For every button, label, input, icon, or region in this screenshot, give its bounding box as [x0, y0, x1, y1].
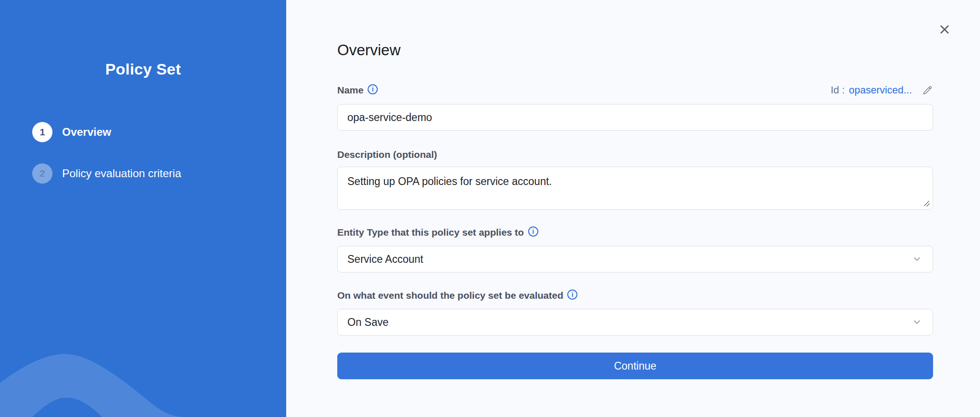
- page-title: Overview: [337, 41, 401, 59]
- entity-id-link[interactable]: opaserviced...: [849, 84, 912, 96]
- event-selected-value: On Save: [347, 316, 389, 329]
- entity-id-label: Id :: [830, 84, 845, 96]
- event-info-icon[interactable]: [567, 290, 577, 300]
- entity-type-selected-value: Service Account: [347, 253, 423, 266]
- step-2-number-badge: 2: [32, 163, 52, 184]
- close-button[interactable]: [936, 21, 953, 38]
- sidebar-step-overview[interactable]: 1 Overview: [32, 122, 111, 142]
- name-label: Name: [337, 85, 363, 96]
- pencil-icon: [922, 85, 933, 96]
- description-label: Description (optional): [337, 149, 437, 160]
- event-field-header: On what event should the policy set be e…: [337, 288, 933, 303]
- step-1-number-badge: 1: [32, 122, 52, 142]
- dialog-panel: Overview Name Id : opaserviced... Descri…: [286, 0, 980, 417]
- step-1-label: Overview: [62, 126, 111, 139]
- entity-type-field-header: Entity Type that this policy set applies…: [337, 225, 933, 240]
- description-field-header: Description (optional): [337, 147, 933, 162]
- edit-id-button[interactable]: [922, 85, 933, 96]
- sidebar-step-policy-evaluation-criteria[interactable]: 2 Policy evaluation criteria: [32, 163, 181, 184]
- name-info-icon[interactable]: [368, 84, 378, 94]
- close-icon: [939, 23, 951, 35]
- entity-type-info-icon[interactable]: [528, 226, 538, 237]
- wave-decoration: [0, 325, 286, 417]
- name-input[interactable]: [337, 104, 933, 131]
- event-label: On what event should the policy set be e…: [337, 290, 563, 301]
- step-2-label: Policy evaluation criteria: [62, 167, 181, 180]
- chevron-down-icon: [912, 317, 922, 327]
- policy-set-wizard-dialog: Policy Set 1 Overview 2 Policy evaluatio…: [0, 0, 980, 417]
- entity-type-select[interactable]: Service Account: [337, 246, 933, 272]
- wizard-title: Policy Set: [0, 60, 286, 78]
- continue-button[interactable]: Continue: [337, 353, 933, 379]
- chevron-down-icon: [912, 254, 922, 264]
- name-field-header: Name Id : opaserviced...: [337, 83, 933, 98]
- description-textarea[interactable]: Setting up OPA policies for service acco…: [337, 167, 933, 210]
- entity-type-label: Entity Type that this policy set applies…: [337, 227, 524, 238]
- description-field: Setting up OPA policies for service acco…: [337, 167, 933, 210]
- wizard-sidebar: Policy Set 1 Overview 2 Policy evaluatio…: [0, 0, 286, 417]
- event-select[interactable]: On Save: [337, 309, 933, 336]
